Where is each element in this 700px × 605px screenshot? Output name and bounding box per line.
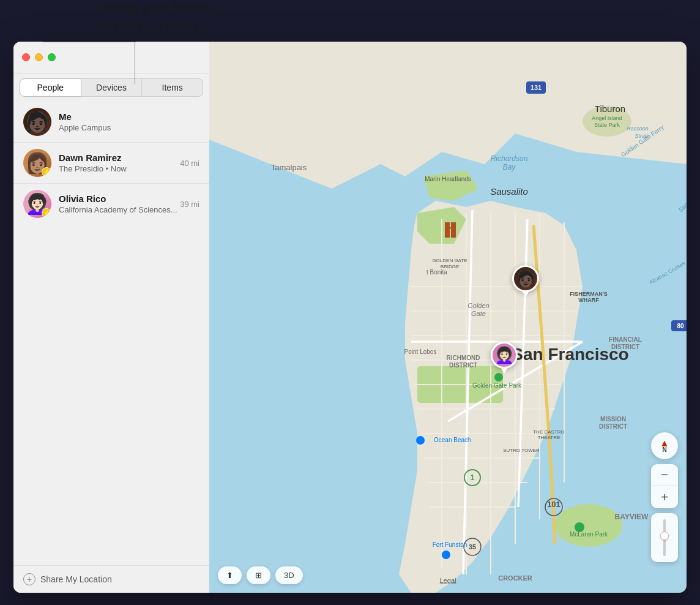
svg-text:BAYVIEW: BAYVIEW	[615, 513, 649, 521]
svg-text:McLaren Park: McLaren Park	[570, 531, 608, 538]
zoom-in-button[interactable]: +	[651, 486, 678, 508]
3d-button[interactable]: 3D	[275, 566, 303, 584]
map-marker-olivia[interactable]: 👩🏻‍🦱	[491, 342, 518, 374]
person-location: The Presidio • Now	[59, 164, 180, 173]
maximize-button[interactable]	[48, 53, 56, 61]
titlebar	[13, 42, 209, 73]
person-list: 🧑🏿 Me Apple Campus 👩🏽 ⭐ Dawn Ramirez The…	[13, 97, 209, 565]
location-icon: ⬆	[226, 571, 233, 580]
svg-text:Fort Funston: Fort Funston	[433, 541, 467, 548]
share-location-label: Share My Location	[40, 574, 112, 584]
svg-text:Angel IslandState Park: Angel IslandState Park	[592, 115, 622, 128]
svg-text:Sausalito: Sausalito	[490, 186, 528, 197]
svg-text:Marin Headlands: Marin Headlands	[425, 176, 471, 182]
brightness-slider[interactable]	[651, 513, 678, 562]
map-bottom-controls: ⬆ ⊞ 3D	[218, 566, 303, 584]
map-type-button[interactable]: ⊞	[247, 566, 270, 584]
share-location-button[interactable]: + Share My Location	[13, 565, 209, 593]
svg-text:Tiburon: Tiburon	[595, 103, 625, 114]
location-button[interactable]: ⬆	[218, 566, 242, 584]
person-name: Me	[59, 111, 199, 122]
badge: ⭐	[42, 167, 51, 177]
minimize-button[interactable]	[35, 53, 43, 61]
tooltip: Locate your friends,devices, or items.	[98, 0, 216, 35]
badge: ⭐	[42, 208, 51, 218]
tab-items[interactable]: Items	[142, 78, 203, 97]
person-location: Apple Campus	[59, 123, 199, 132]
svg-text:MISSIONDISTRICT: MISSIONDISTRICT	[599, 416, 627, 430]
sidebar: People Devices Items 🧑🏿 Me Apple Campus	[13, 42, 209, 593]
svg-point-38	[494, 373, 503, 381]
person-location: California Academy of Sciences...	[59, 205, 180, 214]
list-item[interactable]: 👩🏻‍🦱 ⭐ Olivia Rico California Academy of…	[13, 183, 209, 224]
share-icon: +	[23, 573, 35, 585]
compass-button[interactable]: ▲ N	[651, 432, 678, 459]
person-name: Dawn Ramirez	[59, 152, 180, 163]
avatar: 👩🏻‍🦱 ⭐	[23, 190, 51, 218]
svg-text:CROCKER: CROCKER	[498, 574, 532, 582]
person-distance: 39 mi	[180, 200, 199, 209]
map: 101 1 80 131 35	[209, 42, 687, 593]
svg-text:1: 1	[471, 473, 475, 482]
svg-text:101: 101	[547, 500, 560, 509]
svg-text:80: 80	[677, 323, 684, 329]
svg-text:t Bonita: t Bonita	[426, 269, 447, 276]
svg-text:131: 131	[531, 84, 542, 91]
svg-text:Tamalpais: Tamalpais	[271, 163, 307, 172]
svg-text:35: 35	[469, 543, 476, 551]
map-controls: ▲ N − +	[651, 432, 678, 562]
list-item[interactable]: 👩🏽 ⭐ Dawn Ramirez The Presidio • Now 40 …	[13, 142, 209, 183]
map-area: 101 1 80 131 35	[209, 42, 687, 593]
person-distance: 40 mi	[180, 159, 199, 168]
svg-text:Ocean Beach: Ocean Beach	[434, 437, 471, 443]
avatar: 👩🏽 ⭐	[23, 149, 51, 177]
person-info: Olivia Rico California Academy of Scienc…	[59, 194, 180, 214]
map-type-icon: ⊞	[255, 571, 262, 580]
main-window: People Devices Items 🧑🏿 Me Apple Campus	[13, 42, 687, 593]
tooltip-line-horizontal	[43, 42, 136, 42]
legal-link[interactable]: Legal	[440, 577, 456, 584]
svg-text:SUTRO TOWER: SUTRO TOWER	[503, 448, 540, 453]
tooltip-line-vertical	[135, 42, 135, 85]
map-marker-me[interactable]: 🧑🏿	[512, 265, 539, 297]
zoom-controls: − +	[651, 464, 678, 508]
close-button[interactable]	[22, 53, 30, 61]
person-info: Dawn Ramirez The Presidio • Now	[59, 152, 180, 173]
svg-text:Golden Gate Park: Golden Gate Park	[472, 382, 522, 389]
svg-text:Point Lobos: Point Lobos	[404, 348, 437, 355]
list-item[interactable]: 🧑🏿 Me Apple Campus	[13, 102, 209, 142]
svg-point-37	[442, 551, 450, 559]
person-name: Olivia Rico	[59, 194, 180, 204]
tab-people[interactable]: People	[20, 78, 81, 97]
tab-devices[interactable]: Devices	[81, 78, 143, 97]
svg-point-35	[416, 436, 425, 445]
tab-bar: People Devices Items	[13, 73, 209, 97]
zoom-out-button[interactable]: −	[651, 464, 678, 486]
svg-text:RICHMONDDISTRICT: RICHMONDDISTRICT	[447, 355, 480, 369]
svg-text:FINANCIALDISTRICT: FINANCIALDISTRICT	[609, 336, 642, 350]
svg-point-4	[555, 504, 622, 547]
person-info: Me Apple Campus	[59, 111, 199, 132]
svg-text:THE CASTROTHEATRE: THE CASTROTHEATRE	[533, 429, 565, 440]
avatar: 🧑🏿	[23, 108, 51, 136]
